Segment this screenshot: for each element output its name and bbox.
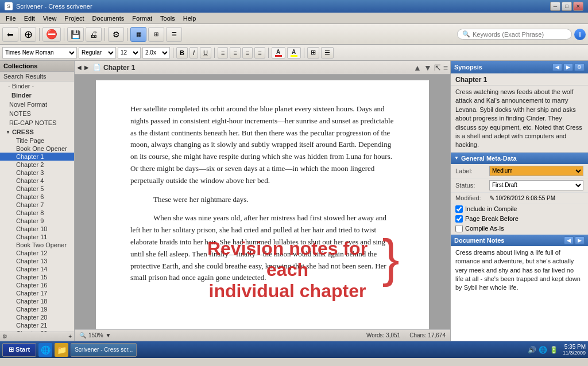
sidebar-item-chapter-1[interactable]: Chapter 1 xyxy=(0,153,74,161)
toolbar-back-button[interactable]: ⬅ xyxy=(2,27,18,42)
sidebar-item-chapter-19[interactable]: Chapter 19 xyxy=(0,305,74,313)
menu-edit[interactable]: Edit xyxy=(21,14,38,22)
sidebar-item-chapter-11[interactable]: Chapter 11 xyxy=(0,233,74,241)
sidebar-item-chapter-12[interactable]: Chapter 12 xyxy=(0,249,74,257)
sidebar-item-chapter-21[interactable]: Chapter 21 xyxy=(0,321,74,329)
doc-notes-next-button[interactable]: ▶ xyxy=(575,236,585,244)
sidebar-item-novel-format[interactable]: Novel Format xyxy=(0,100,74,109)
sidebar-item-recap-notes[interactable]: RE-CAP NOTES xyxy=(0,118,74,127)
sidebar-item-chapter-14[interactable]: Chapter 14 xyxy=(0,265,74,273)
synopsis-next-button[interactable]: ▶ xyxy=(563,63,573,71)
sidebar-item-chapter-6[interactable]: Chapter 6 xyxy=(0,193,74,201)
sidebar-item-chapter-2[interactable]: Chapter 2 xyxy=(0,161,74,169)
binder-label2[interactable]: Binder xyxy=(0,91,74,100)
doc-notes-prev-button[interactable]: ◀ xyxy=(564,236,574,244)
tray-icon-1[interactable]: 🔊 xyxy=(528,346,536,354)
sidebar-item-title-page[interactable]: Title Page xyxy=(0,137,74,145)
taskbar-folder-icon[interactable]: 📁 xyxy=(55,343,68,357)
menu-view[interactable]: View xyxy=(40,14,60,22)
sidebar-item-book-two-opener[interactable]: Book Two Opener xyxy=(0,241,74,249)
sidebar-item-chapter-9[interactable]: Chapter 9 xyxy=(0,217,74,225)
maximize-button[interactable]: □ xyxy=(562,2,572,11)
font-size-select[interactable]: 12 xyxy=(118,47,141,59)
editor-scroll-wrapper[interactable]: Her satellite completed its orbit around… xyxy=(75,75,450,329)
line-spacing-select[interactable]: 2.0x xyxy=(142,47,170,59)
taskbar-app-button[interactable]: Scrivener - Cress scr... xyxy=(71,343,137,357)
binder-label[interactable]: - Binder - xyxy=(0,81,74,91)
editor-menu-icon[interactable]: ≡ xyxy=(443,63,448,72)
menu-help[interactable]: Help xyxy=(180,14,200,22)
sidebar-item-chapter-5[interactable]: Chapter 5 xyxy=(0,185,74,193)
menu-project[interactable]: Project xyxy=(61,14,87,22)
tray-icon-2[interactable]: 🌐 xyxy=(539,346,547,354)
synopsis-settings-button[interactable]: ⚙ xyxy=(574,63,585,71)
search-info-button[interactable]: i xyxy=(574,29,586,40)
search-input[interactable] xyxy=(473,31,567,38)
synopsis-prev-button[interactable]: ◀ xyxy=(552,63,562,71)
synopsis-content[interactable]: Cress watching news feeds about the wolf… xyxy=(451,85,588,153)
menu-tools[interactable]: Tools xyxy=(157,14,179,22)
toolbar-view-button1[interactable]: ▦ xyxy=(130,27,146,42)
editor-next-button[interactable]: ▶ xyxy=(84,64,89,71)
sidebar-item-chapter-18[interactable]: Chapter 18 xyxy=(0,297,74,305)
sidebar-item-chapter-3[interactable]: Chapter 3 xyxy=(0,169,74,177)
editor-up-icon[interactable]: ▲ xyxy=(413,63,421,72)
sidebar-item-book-one-opener[interactable]: Book One Opener xyxy=(0,145,74,153)
sidebar-item-chapter-4[interactable]: Chapter 4 xyxy=(0,177,74,185)
search-results-item[interactable]: Search Results xyxy=(0,72,74,81)
font-style-select[interactable]: Regular xyxy=(79,47,116,59)
editor-down-icon[interactable]: ▼ xyxy=(424,63,432,72)
sidebar-item-chapter-16[interactable]: Chapter 16 xyxy=(0,281,74,289)
minimize-button[interactable]: ─ xyxy=(550,2,560,11)
toolbar-delete-button[interactable]: ⛔ xyxy=(42,27,61,42)
font-family-select[interactable]: Times New Roman xyxy=(2,47,77,59)
binder-add-icon[interactable]: + xyxy=(68,333,72,340)
editor-paragraph-2[interactable]: These were her nightmare days. xyxy=(130,194,394,206)
toolbar-print-button[interactable]: 🖨 xyxy=(86,27,102,42)
title-bar-controls[interactable]: ─ □ ✕ xyxy=(550,2,583,11)
sidebar-item-notes[interactable]: NOTES xyxy=(0,109,74,118)
menu-documents[interactable]: Documents xyxy=(89,14,128,22)
sidebar-item-chapter-15[interactable]: Chapter 15 xyxy=(0,273,74,281)
menu-file[interactable]: File xyxy=(2,14,20,22)
start-button[interactable]: ⊞ Start xyxy=(2,343,36,357)
sidebar-item-chapter-13[interactable]: Chapter 13 xyxy=(0,257,74,265)
toolbar-view-button3[interactable]: ☰ xyxy=(166,27,182,42)
editor-paragraph-3[interactable]: When she was nine years old, after her m… xyxy=(130,212,394,284)
bold-button[interactable]: B xyxy=(176,47,188,59)
toolbar-save-button[interactable]: 💾 xyxy=(67,27,84,42)
compile-as-is-checkbox[interactable] xyxy=(455,225,463,232)
zoom-dropdown-icon[interactable]: ▼ xyxy=(106,332,111,338)
binder-settings-icon[interactable]: ⚙ xyxy=(2,333,7,340)
doc-notes-content[interactable]: Cress dreams about living a life full of… xyxy=(451,246,588,341)
sidebar-item-chapter-7[interactable]: Chapter 7 xyxy=(0,201,74,209)
align-center-button[interactable]: ≡ xyxy=(230,47,240,59)
toolbar-action-button[interactable]: ⚙ xyxy=(108,27,124,42)
sidebar-item-chapter-20[interactable]: Chapter 20 xyxy=(0,313,74,321)
editor-paragraph-1[interactable]: Her satellite completed its orbit around… xyxy=(130,103,394,187)
menu-format[interactable]: Format xyxy=(129,14,156,22)
align-left-button[interactable]: ≡ xyxy=(218,47,228,59)
page-break-checkbox[interactable] xyxy=(455,215,463,223)
italic-button[interactable]: I xyxy=(189,47,198,59)
tray-icon-3[interactable]: 🔋 xyxy=(550,346,558,354)
font-color-button[interactable]: A xyxy=(272,47,285,59)
table-button[interactable]: ⊞ xyxy=(307,47,319,59)
sidebar-item-chapter-10[interactable]: Chapter 10 xyxy=(0,225,74,233)
status-select[interactable]: First Draft Revised Draft Final xyxy=(489,180,583,190)
label-select[interactable]: Medium Low High xyxy=(489,166,583,176)
toolbar-new-button[interactable]: ⊕ xyxy=(20,27,36,42)
list-button[interactable]: ☰ xyxy=(321,47,334,59)
editor-expand-icon[interactable]: ⇱ xyxy=(434,63,441,72)
align-right-button[interactable]: ≡ xyxy=(242,47,253,59)
close-button[interactable]: ✕ xyxy=(573,2,583,11)
highlight-color-button[interactable]: A xyxy=(287,47,301,59)
sidebar-item-chapter-17[interactable]: Chapter 17 xyxy=(0,289,74,297)
underline-button[interactable]: U xyxy=(200,47,211,59)
editor-prev-button[interactable]: ◀ xyxy=(77,64,82,71)
include-compile-checkbox[interactable] xyxy=(455,205,463,213)
sidebar-item-chapter-8[interactable]: Chapter 8 xyxy=(0,209,74,217)
toolbar-view-button2[interactable]: ⊞ xyxy=(148,27,164,42)
taskbar-ie-icon[interactable]: 🌐 xyxy=(38,343,52,357)
align-justify-button[interactable]: ≡ xyxy=(254,47,265,59)
